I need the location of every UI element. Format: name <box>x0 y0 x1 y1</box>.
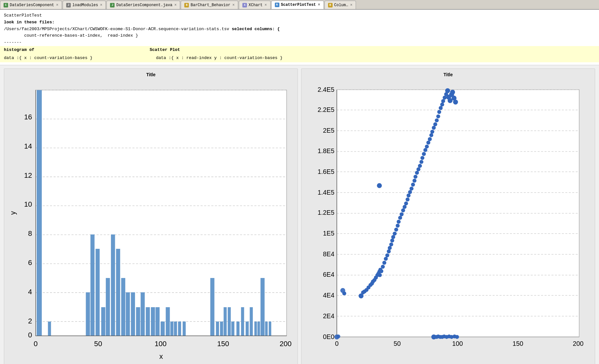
svg-point-167 <box>445 88 450 93</box>
svg-text:2E4: 2E4 <box>323 312 334 319</box>
svg-point-131 <box>396 224 399 227</box>
svg-point-139 <box>407 193 410 197</box>
svg-point-100 <box>336 334 340 338</box>
svg-point-132 <box>397 220 400 224</box>
svg-text:200: 200 <box>573 340 583 347</box>
svg-text:1.4E5: 1.4E5 <box>318 188 335 196</box>
svg-text:6E4: 6E4 <box>323 271 334 278</box>
svg-text:100: 100 <box>452 340 463 347</box>
svg-point-153 <box>426 140 430 144</box>
svg-rect-46 <box>224 307 226 335</box>
svg-text:100: 100 <box>155 339 167 347</box>
tab-tab6[interactable]: NScatterPlotTest× <box>271 1 324 9</box>
line-path: /Users/fac2003/MPSProjects/XChart/CWSWOF… <box>4 27 280 31</box>
svg-point-148 <box>420 160 423 164</box>
svg-rect-27 <box>111 234 115 336</box>
line-look: look in these files: <box>4 20 55 25</box>
svg-text:0E0: 0E0 <box>323 333 334 340</box>
tab-label-tab5: XChart <box>249 3 263 7</box>
svg-point-128 <box>391 235 395 239</box>
svg-text:16: 16 <box>24 113 32 121</box>
svg-point-155 <box>429 133 433 137</box>
tab-close-tab1[interactable]: × <box>56 3 58 7</box>
svg-point-165 <box>443 95 446 99</box>
scatter-title: Title <box>305 72 592 77</box>
svg-rect-36 <box>155 307 160 335</box>
highlight-line: histogram of Scatter Plot <box>0 46 599 54</box>
svg-rect-38 <box>166 307 170 335</box>
svg-point-156 <box>430 130 434 134</box>
svg-point-173 <box>453 100 458 104</box>
svg-point-161 <box>437 110 441 114</box>
svg-text:2: 2 <box>28 317 32 325</box>
svg-point-134 <box>400 212 404 216</box>
histogram-svg: 0 2 4 6 8 10 12 14 16 y <box>7 80 294 364</box>
svg-rect-56 <box>265 322 268 336</box>
svg-rect-40 <box>174 322 177 336</box>
tab-tab5[interactable]: XXChart× <box>239 1 270 9</box>
svg-point-137 <box>404 201 408 205</box>
svg-point-130 <box>394 227 398 231</box>
tab-close-tab5[interactable]: × <box>264 3 267 7</box>
svg-text:50: 50 <box>94 339 102 347</box>
highlight-data-line: data :{ x : count-variation-bases } data… <box>0 54 599 62</box>
svg-text:150: 150 <box>512 340 523 347</box>
tab-tab1[interactable]: CDataSeriesComponent× <box>0 1 62 9</box>
svg-text:2.2E5: 2.2E5 <box>318 106 335 113</box>
svg-rect-28 <box>116 249 120 336</box>
histogram-data-text: data :{ x : count-variation-bases } <box>4 55 92 60</box>
svg-rect-55 <box>261 278 265 335</box>
tab-tab7[interactable]: BColum…× <box>324 1 356 9</box>
svg-text:0: 0 <box>335 340 339 347</box>
histogram-wrapper: 0 2 4 6 8 10 12 14 16 y <box>7 80 294 364</box>
tab-close-tab3[interactable]: × <box>174 3 177 7</box>
tab-label-tab4: BarChart_Behavior <box>190 3 230 7</box>
svg-rect-57 <box>269 322 271 336</box>
svg-point-152 <box>425 144 429 148</box>
tab-close-tab6[interactable]: × <box>318 3 320 7</box>
tab-label-tab6: ScatterPlotTest <box>281 3 316 7</box>
svg-rect-42 <box>183 322 186 336</box>
svg-rect-26 <box>106 278 110 335</box>
tab-tab2[interactable]: JloadModules× <box>63 1 106 9</box>
svg-point-122 <box>384 257 388 261</box>
svg-point-150 <box>422 152 426 156</box>
svg-point-145 <box>415 171 419 175</box>
svg-text:1E5: 1E5 <box>323 230 334 237</box>
tab-close-tab4[interactable]: × <box>232 3 235 7</box>
svg-rect-21 <box>48 322 51 336</box>
svg-text:6: 6 <box>28 259 32 267</box>
svg-text:14: 14 <box>24 142 32 150</box>
svg-point-159 <box>435 118 439 122</box>
tab-tab4[interactable]: BBarChart_Behavior× <box>181 1 238 9</box>
tab-icon-tab1: C <box>4 3 8 7</box>
tab-icon-tab4: B <box>184 3 189 7</box>
svg-rect-43 <box>210 278 214 335</box>
svg-text:200: 200 <box>280 339 292 347</box>
svg-point-154 <box>428 137 432 141</box>
tab-label-tab3: DataSeriesComponent.java <box>116 3 172 7</box>
svg-text:2E5: 2E5 <box>323 127 334 134</box>
svg-rect-50 <box>241 307 244 335</box>
svg-text:8E4: 8E4 <box>323 250 334 258</box>
svg-rect-54 <box>257 322 260 336</box>
svg-point-151 <box>423 148 427 152</box>
scatter-container: Title <box>301 68 595 364</box>
tab-icon-tab3: J <box>110 3 115 7</box>
svg-rect-53 <box>254 322 257 336</box>
svg-text:0: 0 <box>34 339 38 347</box>
line-columns: count-reference-bases-at-index, read-ind… <box>4 33 138 38</box>
tab-close-tab2[interactable]: × <box>100 3 102 7</box>
svg-rect-51 <box>246 322 249 336</box>
svg-rect-30 <box>126 292 130 336</box>
svg-text:1.6E5: 1.6E5 <box>318 168 335 175</box>
svg-rect-37 <box>161 322 165 336</box>
tab-close-tab7[interactable]: × <box>350 3 352 7</box>
tab-tab3[interactable]: JDataSeriesComponent.java× <box>106 1 180 9</box>
tab-icon-tab2: J <box>66 3 71 7</box>
svg-rect-35 <box>151 307 155 335</box>
svg-point-142 <box>411 183 415 187</box>
histogram-title: Title <box>7 72 294 77</box>
svg-point-123 <box>385 253 389 257</box>
tab-icon-tab6: N <box>275 3 279 7</box>
